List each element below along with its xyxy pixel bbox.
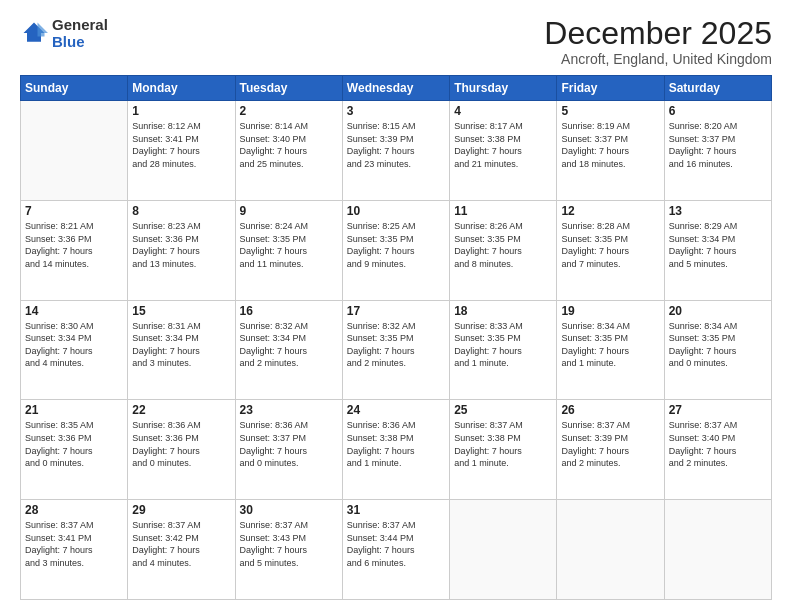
- cell-text: Sunrise: 8:19 AM: [561, 120, 659, 133]
- cell-text: and 13 minutes.: [132, 258, 230, 271]
- cell-text: Sunset: 3:38 PM: [454, 133, 552, 146]
- col-thursday: Thursday: [450, 76, 557, 101]
- cell-text: Daylight: 7 hours: [240, 445, 338, 458]
- cell-text: Daylight: 7 hours: [454, 445, 552, 458]
- cell-text: and 1 minute.: [454, 457, 552, 470]
- calendar-cell: 31Sunrise: 8:37 AMSunset: 3:44 PMDayligh…: [342, 500, 449, 600]
- cell-text: and 7 minutes.: [561, 258, 659, 271]
- cell-text: Sunset: 3:35 PM: [454, 233, 552, 246]
- cell-text: Sunrise: 8:29 AM: [669, 220, 767, 233]
- calendar-cell: 12Sunrise: 8:28 AMSunset: 3:35 PMDayligh…: [557, 200, 664, 300]
- cell-text: Sunset: 3:36 PM: [132, 233, 230, 246]
- cell-text: Sunset: 3:44 PM: [347, 532, 445, 545]
- cell-text: Sunrise: 8:36 AM: [347, 419, 445, 432]
- col-friday: Friday: [557, 76, 664, 101]
- calendar-cell: 18Sunrise: 8:33 AMSunset: 3:35 PMDayligh…: [450, 300, 557, 400]
- cell-text: Daylight: 7 hours: [240, 544, 338, 557]
- calendar-cell: 25Sunrise: 8:37 AMSunset: 3:38 PMDayligh…: [450, 400, 557, 500]
- cell-text: and 5 minutes.: [240, 557, 338, 570]
- col-saturday: Saturday: [664, 76, 771, 101]
- calendar-cell: 19Sunrise: 8:34 AMSunset: 3:35 PMDayligh…: [557, 300, 664, 400]
- day-number: 13: [669, 204, 767, 218]
- cell-text: and 3 minutes.: [132, 357, 230, 370]
- cell-text: Daylight: 7 hours: [25, 445, 123, 458]
- day-number: 25: [454, 403, 552, 417]
- cell-text: Daylight: 7 hours: [132, 145, 230, 158]
- calendar-header-row: Sunday Monday Tuesday Wednesday Thursday…: [21, 76, 772, 101]
- cell-text: Sunrise: 8:31 AM: [132, 320, 230, 333]
- cell-text: Daylight: 7 hours: [132, 544, 230, 557]
- day-number: 9: [240, 204, 338, 218]
- cell-text: Sunset: 3:41 PM: [132, 133, 230, 146]
- cell-text: Sunrise: 8:37 AM: [132, 519, 230, 532]
- cell-text: Sunset: 3:39 PM: [561, 432, 659, 445]
- cell-text: Sunset: 3:35 PM: [347, 332, 445, 345]
- day-number: 26: [561, 403, 659, 417]
- cell-text: Sunrise: 8:33 AM: [454, 320, 552, 333]
- cell-text: Sunrise: 8:26 AM: [454, 220, 552, 233]
- calendar-cell: [664, 500, 771, 600]
- cell-text: and 2 minutes.: [561, 457, 659, 470]
- cell-text: Sunset: 3:37 PM: [240, 432, 338, 445]
- calendar-cell: 17Sunrise: 8:32 AMSunset: 3:35 PMDayligh…: [342, 300, 449, 400]
- cell-text: Sunset: 3:42 PM: [132, 532, 230, 545]
- logo-icon: [20, 19, 48, 47]
- cell-text: Daylight: 7 hours: [347, 145, 445, 158]
- day-number: 7: [25, 204, 123, 218]
- cell-text: and 0 minutes.: [132, 457, 230, 470]
- cell-text: Daylight: 7 hours: [561, 445, 659, 458]
- calendar-cell: 20Sunrise: 8:34 AMSunset: 3:35 PMDayligh…: [664, 300, 771, 400]
- calendar-cell: 29Sunrise: 8:37 AMSunset: 3:42 PMDayligh…: [128, 500, 235, 600]
- day-number: 5: [561, 104, 659, 118]
- day-number: 16: [240, 304, 338, 318]
- cell-text: Daylight: 7 hours: [561, 245, 659, 258]
- calendar-cell: [557, 500, 664, 600]
- cell-text: Sunrise: 8:37 AM: [561, 419, 659, 432]
- day-number: 11: [454, 204, 552, 218]
- cell-text: and 4 minutes.: [25, 357, 123, 370]
- cell-text: Daylight: 7 hours: [561, 345, 659, 358]
- cell-text: and 21 minutes.: [454, 158, 552, 171]
- cell-text: Sunrise: 8:37 AM: [25, 519, 123, 532]
- col-sunday: Sunday: [21, 76, 128, 101]
- col-monday: Monday: [128, 76, 235, 101]
- cell-text: Daylight: 7 hours: [347, 544, 445, 557]
- cell-text: Daylight: 7 hours: [25, 245, 123, 258]
- calendar-cell: [21, 101, 128, 201]
- cell-text: and 14 minutes.: [25, 258, 123, 271]
- cell-text: Sunset: 3:35 PM: [669, 332, 767, 345]
- day-number: 14: [25, 304, 123, 318]
- cell-text: Daylight: 7 hours: [132, 245, 230, 258]
- calendar-cell: 15Sunrise: 8:31 AMSunset: 3:34 PMDayligh…: [128, 300, 235, 400]
- calendar-body: 1Sunrise: 8:12 AMSunset: 3:41 PMDaylight…: [21, 101, 772, 600]
- cell-text: and 9 minutes.: [347, 258, 445, 271]
- cell-text: Sunset: 3:35 PM: [347, 233, 445, 246]
- cell-text: Sunrise: 8:32 AM: [347, 320, 445, 333]
- calendar-week-2: 14Sunrise: 8:30 AMSunset: 3:34 PMDayligh…: [21, 300, 772, 400]
- cell-text: Sunrise: 8:35 AM: [25, 419, 123, 432]
- svg-marker-1: [38, 23, 49, 37]
- calendar-week-3: 21Sunrise: 8:35 AMSunset: 3:36 PMDayligh…: [21, 400, 772, 500]
- calendar-cell: 22Sunrise: 8:36 AMSunset: 3:36 PMDayligh…: [128, 400, 235, 500]
- cell-text: Sunset: 3:34 PM: [25, 332, 123, 345]
- logo-text: General Blue: [52, 16, 108, 50]
- day-number: 2: [240, 104, 338, 118]
- cell-text: Sunrise: 8:20 AM: [669, 120, 767, 133]
- cell-text: Daylight: 7 hours: [669, 345, 767, 358]
- day-number: 27: [669, 403, 767, 417]
- cell-text: Sunrise: 8:21 AM: [25, 220, 123, 233]
- page: General Blue December 2025 Ancroft, Engl…: [0, 0, 792, 612]
- calendar-cell: 4Sunrise: 8:17 AMSunset: 3:38 PMDaylight…: [450, 101, 557, 201]
- cell-text: Sunset: 3:38 PM: [454, 432, 552, 445]
- calendar-cell: [450, 500, 557, 600]
- cell-text: Sunrise: 8:12 AM: [132, 120, 230, 133]
- cell-text: and 8 minutes.: [454, 258, 552, 271]
- day-number: 20: [669, 304, 767, 318]
- day-number: 28: [25, 503, 123, 517]
- cell-text: and 11 minutes.: [240, 258, 338, 271]
- day-number: 22: [132, 403, 230, 417]
- cell-text: Sunrise: 8:14 AM: [240, 120, 338, 133]
- cell-text: and 1 minute.: [454, 357, 552, 370]
- col-wednesday: Wednesday: [342, 76, 449, 101]
- header: General Blue December 2025 Ancroft, Engl…: [20, 16, 772, 67]
